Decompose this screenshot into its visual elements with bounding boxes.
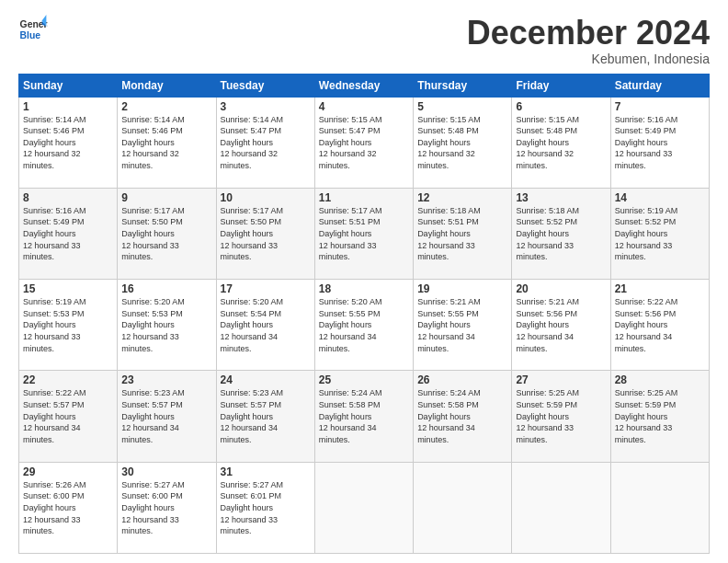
day-cell: 14Sunrise: 5:19 AMSunset: 5:52 PMDayligh… — [610, 188, 709, 279]
day-cell: 1Sunrise: 5:14 AMSunset: 5:46 PMDaylight… — [19, 97, 118, 188]
day-number: 31 — [221, 465, 311, 478]
day-info: Sunrise: 5:23 AMSunset: 5:57 PMDaylight … — [121, 387, 211, 445]
header-row: Sunday Monday Tuesday Wednesday Thursday… — [19, 74, 710, 97]
day-number: 23 — [121, 373, 211, 386]
day-cell: 16Sunrise: 5:20 AMSunset: 5:53 PMDayligh… — [118, 280, 216, 371]
day-number: 28 — [615, 373, 705, 386]
week-row-2: 8Sunrise: 5:16 AMSunset: 5:49 PMDaylight… — [19, 188, 710, 279]
day-cell: 9Sunrise: 5:17 AMSunset: 5:50 PMDaylight… — [118, 188, 216, 279]
day-info: Sunrise: 5:18 AMSunset: 5:51 PMDaylight … — [417, 205, 507, 263]
day-cell: 26Sunrise: 5:24 AMSunset: 5:58 PMDayligh… — [414, 371, 512, 462]
day-cell: 22Sunrise: 5:22 AMSunset: 5:57 PMDayligh… — [19, 371, 118, 462]
day-cell: 7Sunrise: 5:16 AMSunset: 5:49 PMDaylight… — [610, 97, 709, 188]
day-cell — [512, 462, 610, 553]
day-info: Sunrise: 5:27 AMSunset: 6:01 PMDaylight … — [221, 479, 311, 537]
day-info: Sunrise: 5:22 AMSunset: 5:56 PMDaylight … — [615, 296, 705, 354]
day-cell: 6Sunrise: 5:15 AMSunset: 5:48 PMDaylight… — [512, 97, 610, 188]
day-info: Sunrise: 5:18 AMSunset: 5:52 PMDaylight … — [516, 205, 606, 263]
day-cell: 20Sunrise: 5:21 AMSunset: 5:56 PMDayligh… — [512, 280, 610, 371]
day-cell: 21Sunrise: 5:22 AMSunset: 5:56 PMDayligh… — [610, 280, 709, 371]
th-saturday: Saturday — [610, 74, 709, 97]
day-number: 22 — [23, 373, 113, 386]
calendar-title: December 2024 — [467, 15, 710, 52]
day-cell: 17Sunrise: 5:20 AMSunset: 5:54 PMDayligh… — [216, 280, 314, 371]
header: General Blue December 2024 Kebumen, Indo… — [18, 15, 710, 66]
logo: General Blue — [18, 15, 48, 44]
day-number: 15 — [23, 282, 113, 295]
day-cell: 28Sunrise: 5:25 AMSunset: 5:59 PMDayligh… — [610, 371, 709, 462]
day-info: Sunrise: 5:15 AMSunset: 5:48 PMDaylight … — [417, 114, 507, 172]
day-info: Sunrise: 5:14 AMSunset: 5:46 PMDaylight … — [23, 114, 113, 172]
day-number: 10 — [221, 191, 311, 204]
day-number: 7 — [615, 100, 705, 113]
day-cell: 10Sunrise: 5:17 AMSunset: 5:50 PMDayligh… — [216, 188, 314, 279]
day-cell: 5Sunrise: 5:15 AMSunset: 5:48 PMDaylight… — [414, 97, 512, 188]
svg-text:Blue: Blue — [20, 30, 41, 40]
day-info: Sunrise: 5:19 AMSunset: 5:52 PMDaylight … — [615, 205, 705, 263]
day-info: Sunrise: 5:14 AMSunset: 5:46 PMDaylight … — [121, 114, 211, 172]
day-cell: 4Sunrise: 5:15 AMSunset: 5:47 PMDaylight… — [314, 97, 413, 188]
day-number: 20 — [516, 282, 606, 295]
day-number: 21 — [615, 282, 705, 295]
day-number: 27 — [516, 373, 606, 386]
day-number: 14 — [615, 191, 705, 204]
day-cell — [610, 462, 709, 553]
day-number: 16 — [121, 282, 211, 295]
page: General Blue December 2024 Kebumen, Indo… — [0, 0, 728, 563]
day-number: 8 — [23, 191, 113, 204]
day-info: Sunrise: 5:21 AMSunset: 5:56 PMDaylight … — [516, 296, 606, 354]
day-cell: 15Sunrise: 5:19 AMSunset: 5:53 PMDayligh… — [19, 280, 118, 371]
day-number: 4 — [319, 100, 409, 113]
day-number: 11 — [319, 191, 409, 204]
title-block: December 2024 Kebumen, Indonesia — [467, 15, 710, 66]
day-cell: 13Sunrise: 5:18 AMSunset: 5:52 PMDayligh… — [512, 188, 610, 279]
th-monday: Monday — [118, 74, 216, 97]
day-number: 26 — [417, 373, 507, 386]
day-number: 18 — [319, 282, 409, 295]
day-info: Sunrise: 5:21 AMSunset: 5:55 PMDaylight … — [417, 296, 507, 354]
day-cell: 11Sunrise: 5:17 AMSunset: 5:51 PMDayligh… — [314, 188, 413, 279]
day-cell: 30Sunrise: 5:27 AMSunset: 6:00 PMDayligh… — [118, 462, 216, 553]
day-info: Sunrise: 5:20 AMSunset: 5:54 PMDaylight … — [221, 296, 311, 354]
day-info: Sunrise: 5:15 AMSunset: 5:48 PMDaylight … — [516, 114, 606, 172]
day-info: Sunrise: 5:20 AMSunset: 5:55 PMDaylight … — [319, 296, 409, 354]
day-number: 2 — [121, 100, 211, 113]
day-info: Sunrise: 5:23 AMSunset: 5:57 PMDaylight … — [221, 387, 311, 445]
th-thursday: Thursday — [414, 74, 512, 97]
day-info: Sunrise: 5:25 AMSunset: 5:59 PMDaylight … — [615, 387, 705, 445]
week-row-5: 29Sunrise: 5:26 AMSunset: 6:00 PMDayligh… — [19, 462, 710, 553]
day-cell: 12Sunrise: 5:18 AMSunset: 5:51 PMDayligh… — [414, 188, 512, 279]
day-info: Sunrise: 5:22 AMSunset: 5:57 PMDaylight … — [23, 387, 113, 445]
day-number: 24 — [221, 373, 311, 386]
day-number: 13 — [516, 191, 606, 204]
day-info: Sunrise: 5:20 AMSunset: 5:53 PMDaylight … — [121, 296, 211, 354]
day-number: 25 — [319, 373, 409, 386]
day-info: Sunrise: 5:14 AMSunset: 5:47 PMDaylight … — [221, 114, 311, 172]
day-info: Sunrise: 5:26 AMSunset: 6:00 PMDaylight … — [23, 479, 113, 537]
calendar-subtitle: Kebumen, Indonesia — [467, 52, 710, 66]
day-info: Sunrise: 5:25 AMSunset: 5:59 PMDaylight … — [516, 387, 606, 445]
day-info: Sunrise: 5:19 AMSunset: 5:53 PMDaylight … — [23, 296, 113, 354]
day-number: 6 — [516, 100, 606, 113]
th-tuesday: Tuesday — [216, 74, 314, 97]
day-info: Sunrise: 5:17 AMSunset: 5:50 PMDaylight … — [121, 205, 211, 263]
th-friday: Friday — [512, 74, 610, 97]
day-number: 12 — [417, 191, 507, 204]
day-info: Sunrise: 5:16 AMSunset: 5:49 PMDaylight … — [615, 114, 705, 172]
day-number: 19 — [417, 282, 507, 295]
day-cell: 27Sunrise: 5:25 AMSunset: 5:59 PMDayligh… — [512, 371, 610, 462]
logo-icon: General Blue — [18, 15, 48, 44]
week-row-4: 22Sunrise: 5:22 AMSunset: 5:57 PMDayligh… — [19, 371, 710, 462]
day-cell: 2Sunrise: 5:14 AMSunset: 5:46 PMDaylight… — [118, 97, 216, 188]
day-cell: 24Sunrise: 5:23 AMSunset: 5:57 PMDayligh… — [216, 371, 314, 462]
day-info: Sunrise: 5:16 AMSunset: 5:49 PMDaylight … — [23, 205, 113, 263]
day-number: 9 — [121, 191, 211, 204]
day-cell — [314, 462, 413, 553]
day-cell: 3Sunrise: 5:14 AMSunset: 5:47 PMDaylight… — [216, 97, 314, 188]
day-number: 5 — [417, 100, 507, 113]
calendar-table: Sunday Monday Tuesday Wednesday Thursday… — [18, 74, 710, 554]
week-row-1: 1Sunrise: 5:14 AMSunset: 5:46 PMDaylight… — [19, 97, 710, 188]
th-wednesday: Wednesday — [314, 74, 413, 97]
day-info: Sunrise: 5:17 AMSunset: 5:50 PMDaylight … — [221, 205, 311, 263]
th-sunday: Sunday — [19, 74, 118, 97]
